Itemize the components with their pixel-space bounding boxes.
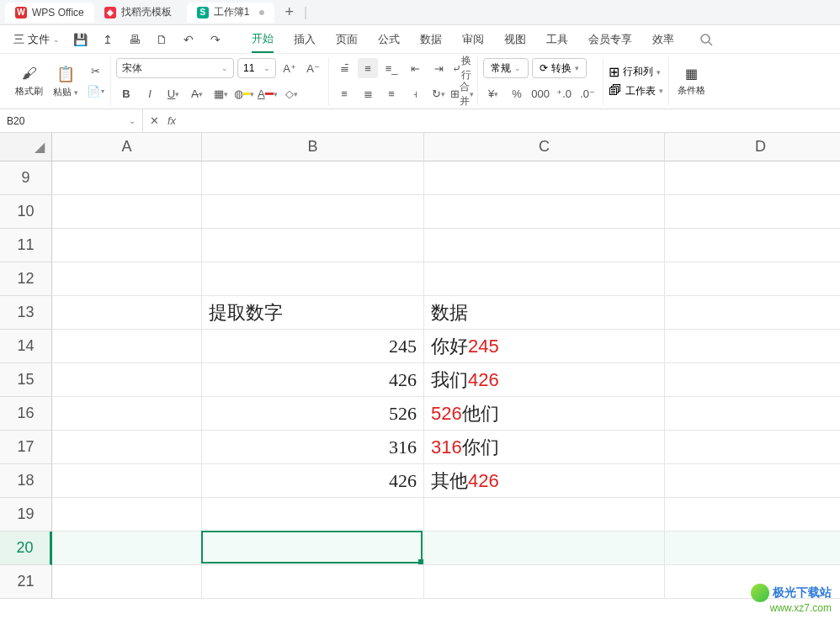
cell-A10[interactable] <box>52 195 202 229</box>
dec-decimal-icon[interactable]: .0⁻ <box>577 84 598 104</box>
cell-D12[interactable] <box>665 262 840 296</box>
app-tab-template[interactable]: ◈ 找稻壳模板 <box>94 3 182 23</box>
cell-C20[interactable] <box>424 532 665 565</box>
cell-D10[interactable] <box>665 195 840 229</box>
decrease-font-icon[interactable]: A⁻ <box>303 58 323 78</box>
align-left-icon[interactable]: ≡ <box>334 84 354 104</box>
cell-B17[interactable]: 316 <box>202 431 424 464</box>
cell-D13[interactable] <box>665 296 840 330</box>
search-icon[interactable] <box>699 33 713 46</box>
row-header-9[interactable]: 9 <box>0 161 52 195</box>
row-header-15[interactable]: 15 <box>0 363 52 397</box>
name-box[interactable]: B20 ⌄ <box>0 109 143 132</box>
col-header-D[interactable]: D <box>665 133 840 161</box>
paste-button[interactable]: 📋粘贴 ▾ <box>50 63 82 100</box>
cell-B13[interactable]: 提取数字 <box>202 296 424 330</box>
row-header-16[interactable]: 16 <box>0 397 52 431</box>
cell-A21[interactable] <box>52 565 202 599</box>
font-color-icon[interactable]: A▾ <box>258 84 278 104</box>
cell-C18[interactable]: 其他426 <box>424 464 665 498</box>
cell-D14[interactable] <box>665 330 840 363</box>
wrap-button[interactable]: ⤶ 换行 <box>452 58 472 78</box>
cell-B19[interactable] <box>202 498 424 532</box>
tab-start[interactable]: 开始 <box>252 26 274 53</box>
cell-C16[interactable]: 526他们 <box>424 397 665 431</box>
bold-icon[interactable]: B <box>116 84 136 104</box>
cell-B10[interactable] <box>202 195 424 229</box>
export-icon[interactable]: ↥ <box>97 29 119 50</box>
cell-C13[interactable]: 数据 <box>424 296 665 330</box>
increase-font-icon[interactable]: A⁺ <box>279 58 300 78</box>
cell-C11[interactable] <box>424 229 665 262</box>
indent-dec-icon[interactable]: ⇤ <box>405 58 425 78</box>
cell-C19[interactable] <box>424 498 665 532</box>
font-family-select[interactable]: 宋体⌄ <box>116 58 234 78</box>
cell-B12[interactable] <box>202 262 424 296</box>
formula-input[interactable] <box>184 114 833 127</box>
cell-A13[interactable] <box>52 296 202 330</box>
percent-icon[interactable]: % <box>507 84 527 104</box>
border-icon[interactable]: ▦▾ <box>210 84 231 104</box>
cell-D17[interactable] <box>665 431 840 464</box>
distribute-icon[interactable]: ⫞ <box>405 84 425 104</box>
cell-C17[interactable]: 316你们 <box>424 431 665 464</box>
cell-D9[interactable] <box>665 161 840 195</box>
cell-A18[interactable] <box>52 464 202 498</box>
align-right-icon[interactable]: ≡ <box>381 84 401 104</box>
chevron-down-icon[interactable]: ⌄ <box>129 116 136 125</box>
fill-color-icon[interactable]: ◍▾ <box>234 84 254 104</box>
tab-tools[interactable]: 工具 <box>546 27 568 52</box>
underline-icon[interactable]: U▾ <box>163 84 183 104</box>
cell-area[interactable]: 提取数字数据245你好245426我们426526526他们316316你们42… <box>52 161 840 599</box>
redo-icon[interactable]: ↷ <box>205 29 226 50</box>
fx-icon[interactable]: fx <box>167 114 176 127</box>
tab-insert[interactable]: 插入 <box>294 27 316 52</box>
inc-decimal-icon[interactable]: ⁺.0 <box>554 84 574 104</box>
cell-D16[interactable] <box>665 397 840 431</box>
cell-B11[interactable] <box>202 229 424 262</box>
file-menu[interactable]: 三 文件⌄ <box>8 32 65 47</box>
cell-A19[interactable] <box>52 498 202 532</box>
rowcol-button[interactable]: ⊞行和列▾ <box>609 64 663 80</box>
tab-efficiency[interactable]: 效率 <box>652 27 674 52</box>
tab-vip[interactable]: 会员专享 <box>588 27 632 52</box>
tab-formula[interactable]: 公式 <box>378 27 400 52</box>
align-center-icon[interactable]: ≣ <box>358 84 378 104</box>
row-header-17[interactable]: 17 <box>0 431 52 464</box>
cell-B20[interactable] <box>202 532 424 565</box>
row-header-14[interactable]: 14 <box>0 330 52 363</box>
col-header-A[interactable]: A <box>52 133 202 161</box>
undo-icon[interactable]: ↶ <box>178 29 199 50</box>
cell-C12[interactable] <box>424 262 665 296</box>
cell-B9[interactable] <box>202 161 424 195</box>
cell-D20[interactable] <box>665 532 840 565</box>
strike-icon[interactable]: A̶▾ <box>187 84 207 104</box>
tab-close-icon[interactable] <box>259 10 264 15</box>
thousands-icon[interactable]: 000 <box>530 84 550 104</box>
cell-C15[interactable]: 我们426 <box>424 363 665 397</box>
cancel-fx-icon[interactable]: ✕ <box>150 114 159 127</box>
save-icon[interactable]: 💾 <box>70 29 92 50</box>
copy-icon[interactable]: 📄 <box>85 82 105 102</box>
app-tab-workbook[interactable]: S 工作簿1 <box>187 3 275 23</box>
italic-icon[interactable]: I <box>140 84 160 104</box>
align-bottom-icon[interactable]: ≡_ <box>381 58 401 78</box>
col-header-C[interactable]: C <box>424 133 665 161</box>
col-header-B[interactable]: B <box>202 133 424 161</box>
cell-A17[interactable] <box>52 431 202 464</box>
align-top-icon[interactable]: ≡̄ <box>334 58 354 78</box>
align-middle-icon[interactable]: ≡ <box>358 58 378 78</box>
cell-B21[interactable] <box>202 565 424 599</box>
cell-C9[interactable] <box>424 161 665 195</box>
row-header-19[interactable]: 19 <box>0 498 52 532</box>
tab-data[interactable]: 数据 <box>420 27 442 52</box>
currency-icon[interactable]: ¥▾ <box>483 84 503 104</box>
row-header-20[interactable]: 20 <box>0 532 52 565</box>
cut-icon[interactable]: ✂ <box>85 61 105 82</box>
cell-C21[interactable] <box>424 565 665 599</box>
cell-B18[interactable]: 426 <box>202 464 424 498</box>
row-header-12[interactable]: 12 <box>0 262 52 296</box>
print-icon[interactable]: 🖶 <box>124 29 146 50</box>
cell-B14[interactable]: 245 <box>202 330 424 363</box>
tab-page[interactable]: 页面 <box>336 27 358 52</box>
